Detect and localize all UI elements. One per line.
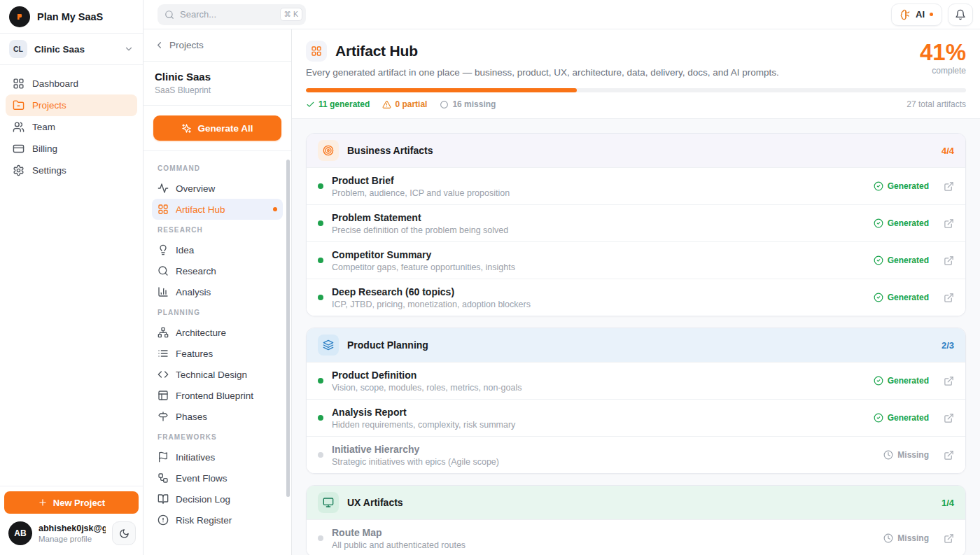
status-badge-icon [874, 181, 883, 191]
project-nav-item-label: Frontend Blueprint [176, 391, 277, 401]
status-dot [318, 535, 323, 541]
artifact-description: Precise definition of the problem being … [332, 225, 865, 235]
generate-all-button[interactable]: Generate All [153, 115, 281, 141]
nav-item-icon [13, 143, 24, 155]
project-nav-item[interactable]: Event Flows [152, 468, 283, 489]
external-link-icon[interactable] [944, 218, 954, 229]
search-shortcut-badge: ⌘ K [280, 8, 302, 21]
nav-item[interactable]: Team [6, 116, 137, 138]
artifact-text: Competitor Summary Competitor gaps, feat… [332, 249, 865, 272]
search-input[interactable]: Search... ⌘ K [158, 4, 306, 25]
section-glyph-icon [323, 145, 334, 156]
artifact-row[interactable]: Initiative Hierarchy Strategic initiativ… [307, 436, 965, 473]
project-nav-item-label: Risk Register [176, 515, 277, 526]
project-nav-item[interactable]: Frontend Blueprint [152, 385, 283, 406]
external-link-icon[interactable] [944, 181, 954, 192]
project-nav-item-label: Artifact Hub [176, 204, 266, 215]
theme-toggle-button[interactable] [112, 521, 136, 545]
project-nav-item[interactable]: Initiatives [152, 447, 283, 468]
project-type: SaaS Blueprint [155, 85, 280, 95]
status-dot [318, 415, 323, 421]
external-link-icon[interactable] [944, 450, 954, 461]
project-nav-item[interactable]: Overview [152, 178, 283, 199]
project-nav-items: Initiatives Event Flows [152, 447, 283, 531]
new-project-button[interactable]: New Project [4, 491, 139, 514]
artifact-row[interactable]: Deep Research (60 topics) ICP, JTBD, pri… [307, 279, 965, 316]
project-nav-item[interactable]: Idea [152, 239, 283, 260]
project-nav-item-label: Research [176, 266, 277, 276]
artifact-description: All public and authenticated routes [332, 540, 875, 550]
new-project-label: New Project [53, 498, 105, 508]
project-nav-item[interactable]: Architecture [152, 322, 283, 343]
nav-item-label: Settings [32, 165, 66, 176]
artifact-row[interactable]: Problem Statement Precise definition of … [307, 204, 965, 241]
avatar[interactable]: AB [8, 521, 32, 545]
nav-item[interactable]: Dashboard [6, 73, 137, 94]
artifact-text: Deep Research (60 topics) ICP, JTBD, pri… [332, 286, 865, 309]
project-nav-item[interactable]: Research [152, 260, 283, 281]
section-count: 4/4 [941, 146, 954, 156]
external-link-icon[interactable] [944, 255, 954, 266]
section-rows: Product Definition Vision, scope, module… [307, 362, 965, 473]
back-to-projects[interactable]: Projects [144, 29, 291, 62]
artifact-description: Strategic initiatives with epics (Agile … [332, 457, 875, 467]
project-nav-item[interactable]: Risk Register [152, 510, 283, 531]
ai-button-label: AI [916, 9, 925, 20]
project-nav-item-icon [158, 369, 169, 380]
project-nav-item-label: Initiatives [176, 452, 277, 463]
external-link-icon[interactable] [944, 376, 954, 386]
topbar-actions: AI [891, 3, 973, 26]
nav-item-icon [13, 164, 24, 176]
generated-count: 11 generated [306, 99, 370, 109]
project-nav-item[interactable]: Technical Design [152, 364, 283, 385]
main-panel: Artifact Hub Every generated artifact in… [292, 29, 980, 555]
status-badge-label: Generated [888, 181, 929, 191]
total-artifacts: 27 total artifacts [906, 99, 966, 109]
status-badge: Generated [874, 293, 929, 302]
project-nav-item-label: Analysis [176, 287, 277, 297]
brand: Plan My SaaS [0, 0, 143, 34]
status-badge-icon [883, 533, 893, 543]
artifact-row[interactable]: Product Definition Vision, scope, module… [307, 362, 965, 399]
project-nav-item[interactable]: Decision Log [152, 489, 283, 510]
artifact-row[interactable]: Route Map All public and authenticated r… [307, 519, 965, 555]
project-nav-item[interactable]: Phases [152, 406, 283, 427]
sparkles-icon [181, 123, 192, 134]
artifact-row[interactable]: Product Brief Problem, audience, ICP and… [307, 167, 965, 204]
topbar: Search... ⌘ K AI [144, 0, 980, 29]
external-link-icon[interactable] [944, 533, 954, 544]
nav-item[interactable]: Billing [6, 138, 137, 160]
section-icon [318, 140, 339, 161]
project-nav-item[interactable]: Artifact Hub [152, 199, 283, 220]
nav-item[interactable]: Settings [6, 160, 137, 181]
artifact-row[interactable]: Analysis Report Hidden requirements, com… [307, 399, 965, 436]
status-badge-label: Generated [888, 255, 929, 265]
manage-profile-link[interactable]: Manage profile [38, 535, 106, 543]
project-nav-items: Overview Artifact Hub [152, 178, 283, 220]
external-link-icon[interactable] [944, 293, 954, 303]
warning-triangle-icon [382, 100, 391, 109]
project-nav-item-icon [158, 493, 169, 505]
artifact-text: Product Definition Vision, scope, module… [332, 370, 865, 393]
scrollbar-thumb[interactable] [286, 160, 290, 497]
nav-item[interactable]: Projects [6, 94, 137, 116]
external-link-icon[interactable] [944, 413, 954, 423]
project-nav-item-icon [158, 286, 169, 297]
brand-name: Plan My SaaS [37, 11, 103, 22]
completion-percent: 41% [920, 41, 966, 64]
nav-item-label: Billing [32, 143, 57, 154]
project-nav-item[interactable]: Features [152, 343, 283, 364]
workspace-switcher[interactable]: CL Clinic Saas [0, 34, 143, 65]
nav-group-label: FRAMEWORKS [158, 433, 277, 441]
artifact-section: UX Artifacts 1/4 Route Map [306, 485, 966, 555]
nav-item-icon [13, 78, 24, 90]
project-nav-items: Architecture Features [152, 322, 283, 427]
artifact-row[interactable]: Competitor Summary Competitor gaps, feat… [307, 241, 965, 279]
back-label: Projects [169, 40, 204, 50]
project-nav-item[interactable]: Analysis [152, 281, 283, 302]
artifact-description: Problem, audience, ICP and value proposi… [332, 188, 865, 198]
notifications-button[interactable] [948, 3, 973, 26]
ai-notification-dot [930, 13, 933, 16]
artifact-text: Product Brief Problem, audience, ICP and… [332, 175, 865, 198]
ai-button[interactable]: AI [891, 3, 942, 26]
